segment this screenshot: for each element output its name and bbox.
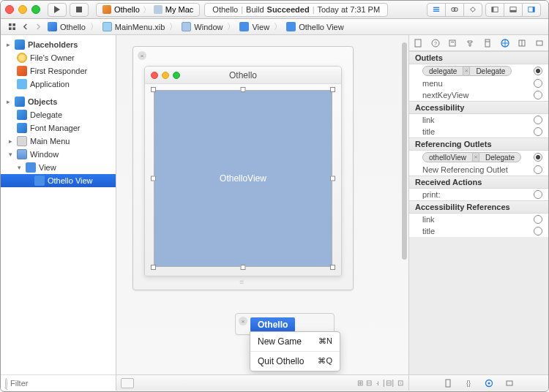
help-inspector-tab[interactable]: ? — [429, 37, 442, 49]
filter-input[interactable] — [10, 379, 111, 388]
delegate-item[interactable]: Delegate — [1, 108, 116, 121]
code-snippets-tab[interactable]: {} — [462, 377, 475, 389]
connection-socket[interactable] — [534, 215, 542, 224]
cube-icon — [15, 97, 25, 107]
related-items-button[interactable] — [5, 21, 18, 33]
media-library-tab[interactable] — [503, 377, 516, 389]
menu-title-item[interactable]: Othello — [250, 317, 295, 332]
svg-marker-0 — [54, 6, 60, 13]
toggle-utilities-button[interactable] — [522, 3, 541, 17]
placeholders-header[interactable]: ▸Placeholders — [1, 38, 116, 51]
canvas-close-dot[interactable]: × — [138, 51, 146, 60]
object-library-tab[interactable] — [482, 377, 496, 389]
canvas-menu-object[interactable]: × Othello New Game ⌘N Quit Othello ⌘Q — [235, 313, 335, 335]
acc-link-row[interactable]: link — [409, 114, 548, 126]
connection-socket[interactable] — [534, 153, 542, 162]
outlet-delegate-row[interactable]: delegate × Delegate — [409, 64, 548, 78]
assistant-editor-button[interactable] — [445, 3, 464, 17]
attributes-inspector-tab[interactable] — [463, 37, 477, 49]
main-split: ▸Placeholders File's Owner First Respond… — [1, 35, 548, 391]
canvas-footer: ⊞ ⊟ ⫞ |⊟| ⊡ — [116, 374, 408, 391]
canvas-close-dot[interactable]: × — [239, 317, 247, 325]
scroll-thumb[interactable] — [402, 42, 407, 260]
connection-socket[interactable] — [534, 79, 542, 88]
canvas-window-object[interactable]: × Othello OthelloView — [132, 46, 354, 290]
pill-x-icon[interactable]: × — [473, 152, 479, 162]
othello-custom-view[interactable]: OthelloView — [154, 90, 332, 267]
canvas-area[interactable]: × Othello OthelloView — [116, 35, 408, 374]
resize-grip-icon: ≡ — [240, 278, 247, 286]
status-time: Today at 7:31 PM — [318, 5, 381, 14]
crumb-label: Othello View — [299, 23, 344, 31]
files-owner-item[interactable]: File's Owner — [1, 51, 116, 64]
outline-toggle-button[interactable] — [121, 378, 134, 388]
mini-min — [162, 72, 169, 79]
window-titlebar: Othello 〉 My Mac Othello | Build Succeed… — [1, 1, 548, 19]
connection-pill[interactable]: delegate × Delegate — [422, 66, 512, 76]
connection-socket[interactable] — [534, 91, 542, 99]
back-button[interactable] — [18, 21, 31, 33]
menu-item-quit[interactable]: Quit Othello ⌘Q — [250, 351, 340, 369]
othello-view-item[interactable]: Othello View — [1, 174, 116, 187]
file-inspector-tab[interactable] — [411, 37, 425, 49]
connection-pill[interactable]: othelloView × Delegate — [422, 152, 521, 162]
refoutlet-new-row[interactable]: New Referencing Outlet — [409, 164, 548, 176]
run-button[interactable] — [48, 3, 67, 17]
forward-button[interactable] — [31, 21, 45, 33]
connection-socket[interactable] — [534, 127, 542, 136]
action-print-row[interactable]: print: — [409, 189, 548, 200]
identity-inspector-tab[interactable] — [446, 37, 459, 49]
connection-socket[interactable] — [534, 67, 542, 75]
crumb-project[interactable]: Othello — [45, 22, 89, 31]
main-menu-item[interactable]: ▸Main Menu — [1, 135, 116, 148]
file-templates-tab[interactable] — [441, 377, 455, 389]
svg-rect-17 — [415, 39, 421, 47]
window-item[interactable]: ▾Window — [1, 148, 116, 161]
bindings-inspector-tab[interactable] — [515, 37, 529, 49]
outlet-menu-row[interactable]: menu — [409, 78, 548, 89]
refoutlet-othelloview-row[interactable]: othelloView × Delegate — [409, 151, 548, 164]
objects-header[interactable]: ▸Objects — [1, 95, 116, 108]
selected-view-frame[interactable]: OthelloView — [154, 90, 332, 267]
toggle-debug-button[interactable] — [504, 3, 523, 17]
crumb-view[interactable]: View — [236, 22, 272, 31]
accref-link-row[interactable]: link — [409, 214, 548, 225]
crumb-file[interactable]: MainMenu.xib — [100, 22, 168, 31]
outline-tree[interactable]: ▸Placeholders File's Owner First Respond… — [1, 35, 116, 374]
view-item[interactable]: ▾View — [1, 161, 116, 174]
menu-item-new-game[interactable]: New Game ⌘N — [250, 334, 340, 349]
library-tabs: {} — [409, 374, 548, 391]
accref-title-row[interactable]: title — [409, 225, 548, 237]
minimize-button[interactable] — [18, 5, 27, 14]
project-icon — [48, 22, 57, 31]
size-inspector-tab[interactable] — [481, 37, 494, 49]
view-icon — [34, 176, 45, 186]
connection-socket[interactable] — [534, 165, 542, 174]
zoom-button[interactable] — [31, 5, 40, 14]
connection-socket[interactable] — [534, 227, 542, 235]
toggle-navigator-button[interactable] — [485, 3, 504, 17]
pill-x-icon[interactable]: × — [463, 66, 469, 76]
font-manager-item[interactable]: Font Manager — [1, 121, 116, 135]
crumb-label: MainMenu.xib — [115, 23, 165, 31]
application-item[interactable]: Application — [1, 78, 116, 91]
svg-text:{}: {} — [466, 380, 471, 387]
scheme-selector[interactable]: Othello 〉 My Mac — [96, 3, 200, 17]
connections-inspector-tab[interactable] — [498, 37, 512, 49]
connection-socket[interactable] — [534, 190, 542, 199]
canvas-window[interactable]: Othello OthelloView — [144, 66, 342, 276]
close-button[interactable] — [5, 5, 14, 14]
connection-socket[interactable] — [534, 116, 542, 124]
standard-editor-button[interactable] — [427, 3, 446, 17]
canvas-scrollbar[interactable] — [402, 42, 407, 353]
version-editor-button[interactable] — [463, 3, 482, 17]
outlet-nextkeyview-row[interactable]: nextKeyView — [409, 89, 548, 101]
acc-title-row[interactable]: title — [409, 126, 548, 137]
crumb-custom-view[interactable]: Othello View — [283, 22, 347, 31]
constraint-tools[interactable]: ⊞ ⊟ ⫞ |⊟| ⊡ — [357, 379, 404, 387]
stop-button[interactable] — [70, 3, 89, 17]
first-responder-item[interactable]: First Responder — [1, 64, 116, 78]
effects-inspector-tab[interactable] — [533, 37, 546, 49]
menu-dropdown: New Game ⌘N Quit Othello ⌘Q — [250, 331, 340, 372]
crumb-window[interactable]: Window — [179, 22, 225, 31]
